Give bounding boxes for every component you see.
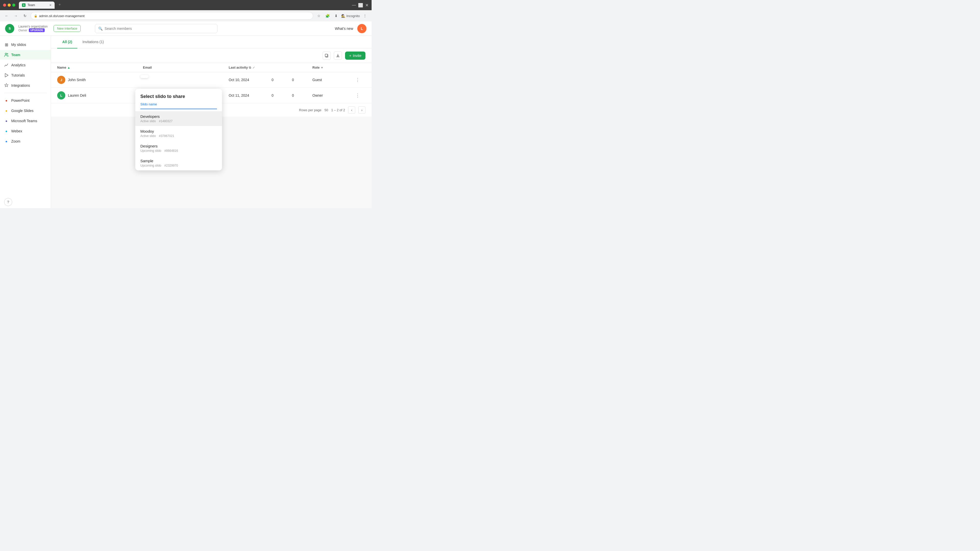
bookmark-btn[interactable]: ☆ xyxy=(315,12,322,19)
window-minimize[interactable] xyxy=(8,3,11,6)
sidebar-item-webex[interactable]: ● Webex xyxy=(0,126,51,136)
browser-tab[interactable]: S Team ✕ xyxy=(19,2,55,9)
new-tab-btn[interactable]: + xyxy=(57,2,63,8)
slido-item-sample[interactable]: Sample Upcoming slido #2329970 xyxy=(135,156,222,170)
address-bar[interactable]: 🔒 admin.sli.do/user-management xyxy=(30,12,313,20)
integrations-icon xyxy=(4,83,9,88)
team-icon xyxy=(4,52,9,57)
col-email: Email xyxy=(143,65,229,69)
slido-picker-search-label: Slido name xyxy=(140,102,217,106)
slido-developers-meta: Active slido #1480327 xyxy=(140,119,217,123)
slido-item-developers[interactable]: Developers Active slido #1480327 xyxy=(135,111,222,126)
slido-designers-name: Designers xyxy=(140,144,217,148)
col-role[interactable]: Role ▼ xyxy=(312,65,355,69)
slido-item-designers[interactable]: Designers Upcoming slido #8664816 xyxy=(135,141,222,156)
sidebar-item-team[interactable]: Team xyxy=(0,50,51,60)
search-input[interactable] xyxy=(105,27,214,30)
col-last-activity[interactable]: Last activity ⧉ ⟋ xyxy=(229,65,272,69)
sidebar-item-microsoft-teams[interactable]: ● Microsoft Teams xyxy=(0,116,51,126)
table-row: J John Smith Oct 10, 2024 0 0 Guest ⋮ xyxy=(51,72,372,88)
ms-teams-icon: ● xyxy=(4,119,9,123)
svg-marker-4 xyxy=(5,73,8,77)
google-slides-icon: ● xyxy=(4,108,9,113)
top-bar: s Lauren's organization Owner UPGRADE Ne… xyxy=(0,21,372,36)
window-maximize[interactable] xyxy=(12,3,15,6)
help-btn[interactable]: ? xyxy=(4,198,12,206)
role-filter-icon[interactable]: ▼ xyxy=(321,66,323,69)
new-interface-btn[interactable]: New interface xyxy=(54,25,80,32)
lauren-metric1: 0 xyxy=(272,94,292,97)
lauren-menu-btn[interactable]: ⋮ xyxy=(355,93,366,98)
window-close-btn[interactable]: ✕ xyxy=(365,3,369,8)
sidebar-label-team: Team xyxy=(11,53,21,57)
extensions-btn[interactable]: 🧩 xyxy=(324,12,331,19)
org-info: Lauren's organization Owner UPGRADE xyxy=(18,25,48,32)
window-close[interactable] xyxy=(3,3,6,6)
invite-btn[interactable]: + Invite xyxy=(345,52,366,60)
lauren-name: Lauren Deli xyxy=(68,94,86,97)
sidebar-item-zoom[interactable]: ● Zoom xyxy=(0,137,51,146)
copy-btn[interactable] xyxy=(323,52,331,60)
sidebar-item-google-slides[interactable]: ● Google Slides xyxy=(0,106,51,116)
sidebar-item-powerpoint[interactable]: ● PowerPoint xyxy=(0,96,51,105)
sidebar-item-tutorials[interactable]: Tutorials xyxy=(0,70,51,80)
org-role: Owner UPGRADE xyxy=(18,28,48,32)
slido-designers-meta: Upcoming slido #8664816 xyxy=(140,149,217,152)
slido-picker-header: Select slido to share Slido name xyxy=(135,89,222,111)
download-table-btn[interactable] xyxy=(334,52,342,60)
sidebar-label-google-slides: Google Slides xyxy=(11,109,33,113)
john-menu-btn[interactable]: ⋮ xyxy=(355,77,366,83)
john-avatar-letter: J xyxy=(60,78,62,82)
sidebar-item-analytics[interactable]: Analytics xyxy=(0,60,51,70)
prev-page-btn[interactable]: ‹ xyxy=(348,106,355,114)
webex-icon: ● xyxy=(4,129,9,133)
svg-point-3 xyxy=(7,53,8,54)
user-avatar[interactable]: L xyxy=(357,24,366,33)
lauren-avatar: L xyxy=(57,91,65,100)
tab-favicon: S xyxy=(22,3,25,7)
rows-per-page-label: Rows per page xyxy=(299,108,321,112)
logo: s xyxy=(5,24,14,33)
search-bar[interactable]: 🔍 xyxy=(95,24,218,33)
sidebar-item-my-slidos[interactable]: ⊞ My slidos xyxy=(0,40,51,49)
rows-count: 50 xyxy=(325,108,328,112)
john-role: Guest xyxy=(312,78,355,82)
upgrade-badge[interactable]: UPGRADE xyxy=(29,28,45,32)
tab-close-btn[interactable]: ✕ xyxy=(49,3,52,7)
slido-developers-code: #1480327 xyxy=(159,119,172,123)
reload-btn[interactable]: ↻ xyxy=(21,12,29,19)
top-bar-right: What's new L xyxy=(335,24,366,33)
john-last-activity: Oct 10, 2024 xyxy=(229,78,272,82)
role-label: Owner xyxy=(18,29,27,32)
col-metric1 xyxy=(272,65,292,69)
col-metric2 xyxy=(292,65,312,69)
slido-sample-code: #2329970 xyxy=(164,164,178,167)
invite-icon: + xyxy=(349,54,351,58)
next-page-btn[interactable]: › xyxy=(358,106,366,114)
page-range: 1 – 2 of 2 xyxy=(331,108,345,112)
slido-item-moodoy[interactable]: Moodoy Active slido #37867021 xyxy=(135,126,222,141)
col-name[interactable]: Name ▲ xyxy=(57,65,143,69)
sidebar-label-powerpoint: PowerPoint xyxy=(11,98,30,103)
whats-new-btn[interactable]: What's new xyxy=(335,27,353,30)
forward-btn[interactable]: → xyxy=(12,12,19,19)
sidebar: ⊞ My slidos Team Analytics xyxy=(0,36,51,208)
col-role-label: Role xyxy=(312,65,320,69)
slido-picker-search-divider xyxy=(140,108,217,109)
tab-all[interactable]: All (2) xyxy=(57,36,77,48)
copy-table-icon: ⧉ xyxy=(249,66,251,69)
back-btn[interactable]: ← xyxy=(3,12,10,19)
incognito-badge: 🕵 Incognito xyxy=(341,14,360,18)
sidebar-item-integrations[interactable]: Integrations xyxy=(0,81,51,90)
slido-developers-name: Developers xyxy=(140,114,217,119)
window-minimize-btn[interactable]: — xyxy=(352,3,356,8)
tab-invitations[interactable]: Invitations (1) xyxy=(77,36,109,48)
slido-moodoy-name: Moodoy xyxy=(140,129,217,133)
svg-rect-6 xyxy=(325,54,328,57)
lauren-role: Owner xyxy=(312,94,355,97)
search-icon: 🔍 xyxy=(98,27,103,30)
menu-btn[interactable]: ⋮ xyxy=(361,12,369,19)
slido-designers-code: #8664816 xyxy=(164,149,178,152)
download-btn[interactable]: ⬇ xyxy=(332,12,340,19)
window-restore-btn[interactable]: ⬜ xyxy=(358,3,363,8)
